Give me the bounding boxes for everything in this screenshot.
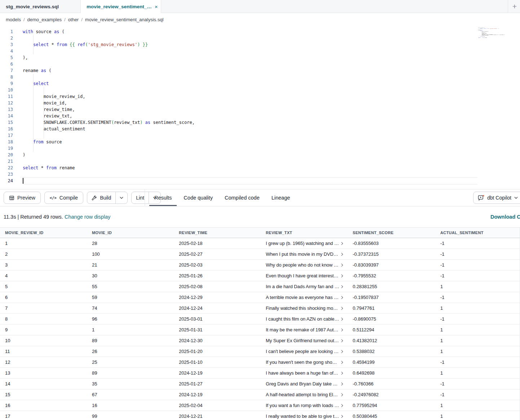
table-cell: 1 — [440, 305, 520, 311]
table-cell: 2 — [5, 251, 92, 257]
table-cell: 1 — [440, 403, 520, 408]
table-cell: 17 — [5, 414, 92, 419]
expand-cell-icon[interactable] — [340, 263, 343, 266]
results-table: MOVIE_REVIEW_ID MOVIE_ID REVIEW_TIME REV… — [0, 227, 520, 420]
expand-cell-icon[interactable] — [340, 328, 343, 331]
new-tab-button[interactable]: + — [509, 0, 520, 13]
table-cell: 15 — [5, 392, 92, 397]
expand-cell-icon[interactable] — [340, 285, 343, 288]
expand-cell-icon[interactable] — [340, 393, 343, 396]
preview-button[interactable]: Preview — [4, 192, 41, 204]
table-icon — [9, 195, 14, 201]
code-lines[interactable]: with source as ( select * from {{ ref('s… — [23, 28, 477, 184]
review-text: A half-hearted attempt to bring Elvis P… — [266, 392, 339, 397]
column-header-movie-id: MOVIE_ID — [92, 231, 179, 235]
build-label: Build — [100, 195, 111, 201]
chevron-down-icon — [120, 197, 123, 199]
toolbar-divider — [145, 189, 145, 206]
tab-code-quality[interactable]: Code quality — [179, 189, 218, 206]
table-cell: -0.83555603 — [353, 241, 440, 246]
lint-label: Lint — [136, 195, 144, 201]
expand-cell-icon[interactable] — [340, 339, 343, 342]
table-cell: 0.5388032 — [353, 349, 440, 354]
lint-button[interactable]: Lint — [132, 192, 149, 204]
table-cell: 0.7947761 — [353, 305, 440, 311]
line-numbers: 123456789101112131415161718192021222324 — [0, 28, 13, 184]
build-dropdown-button[interactable] — [116, 192, 127, 204]
table-cell: A terrible movie as everyone has said. … — [266, 295, 353, 300]
table-cell: 35 — [92, 381, 179, 387]
breadcrumb-segment: demo_examples — [27, 17, 62, 22]
dbt-copilot-button[interactable]: dbt Copilot — [473, 192, 520, 204]
review-text: When I put this movie in my DVD playe… — [266, 251, 339, 257]
tab-compiled-code[interactable]: Compiled code — [220, 189, 265, 206]
table-cell: 2025-01-10 — [179, 359, 266, 365]
expand-cell-icon[interactable] — [340, 253, 343, 255]
tab-stg-movie-reviews[interactable]: stg_movie_reviews.sql — [0, 0, 80, 13]
build-button[interactable]: Build — [87, 192, 116, 204]
table-cell: 1 — [440, 349, 520, 354]
table-cell: 1 — [440, 327, 520, 332]
table-row: 912025-01-31It may be the remake of 1987… — [0, 325, 520, 335]
tab-movie-review-sentiment[interactable]: movie_review_sentiment_… × — [80, 0, 161, 13]
close-tab-icon[interactable]: × — [155, 4, 158, 10]
expand-cell-icon[interactable] — [340, 307, 343, 309]
table-cell: 2025-01-20 — [179, 349, 266, 354]
review-text: I caught this film on AZN on cable. It s… — [266, 316, 339, 322]
table-cell: -1 — [440, 295, 520, 300]
table-cell: When I put this movie in my DVD playe… — [266, 251, 353, 257]
expand-cell-icon[interactable] — [340, 350, 343, 353]
change-row-display-link[interactable]: Change row display — [65, 206, 110, 227]
review-text: Finally watched this shocking movie la… — [266, 305, 339, 311]
table-row: 7742024-12-24Finally watched this shocki… — [0, 303, 520, 314]
breadcrumb-segment: other — [68, 17, 79, 22]
column-header-sentiment-score: SENTIMENT_SCORE — [353, 231, 440, 235]
download-csv-link[interactable]: Download CSV — [490, 206, 520, 227]
expand-cell-icon[interactable] — [340, 296, 343, 299]
table-cell: 7 — [5, 305, 92, 311]
tab-lineage[interactable]: Lineage — [266, 189, 295, 206]
table-cell: 2024-12-24 — [179, 305, 266, 311]
table-cell: 9 — [5, 327, 92, 332]
table-cell: 2025-01-31 — [179, 327, 266, 332]
compile-button[interactable]: </> Compile — [44, 192, 83, 204]
table-cell: -1 — [440, 262, 520, 268]
review-text: A terrible movie as everyone has said. … — [266, 295, 339, 300]
minimap[interactable]: with source as ( select * from {{ ref('s… — [478, 27, 505, 38]
table-cell: -0.19507837 — [353, 295, 440, 300]
expand-cell-icon[interactable] — [340, 404, 343, 407]
chevron-down-icon — [514, 197, 518, 199]
table-cell: 67 — [92, 392, 179, 397]
table-cell: If you want a fun romp with loads of s… — [266, 403, 353, 408]
table-cell: 0.4594199 — [353, 359, 440, 365]
table-cell: 1 — [440, 338, 520, 343]
expand-cell-icon[interactable] — [340, 242, 343, 245]
review-text: My Super Ex Girlfriend turned out to b… — [266, 338, 339, 343]
review-text: Im a die hard Dads Army fan and nothi… — [266, 284, 339, 289]
tab-results[interactable]: Results — [149, 189, 177, 206]
table-cell: 21 — [92, 262, 179, 268]
expand-cell-icon[interactable] — [340, 317, 343, 320]
table-cell: 2024-12-29 — [179, 295, 266, 300]
table-row: 1282025-02-18I grew up (b. 1965) watchin… — [0, 238, 520, 249]
expand-cell-icon[interactable] — [340, 415, 343, 417]
tab-label: stg_movie_reviews.sql — [6, 4, 59, 9]
table-cell: -0.7955532 — [353, 273, 440, 278]
expand-cell-icon[interactable] — [340, 274, 343, 277]
review-text: I really wanted to be able to give this … — [266, 414, 339, 419]
table-cell: 0.6492698 — [353, 370, 440, 376]
table-cell: I grew up (b. 1965) watching and lovin… — [266, 241, 353, 246]
table-cell: A half-hearted attempt to bring Elvis P… — [266, 392, 353, 397]
review-text: If you want a fun romp with loads of s… — [266, 403, 339, 408]
table-cell: Im a die hard Dads Army fan and nothi… — [266, 284, 353, 289]
expand-cell-icon[interactable] — [340, 361, 343, 363]
table-cell: 2025-02-27 — [179, 251, 266, 257]
table-row: 14352025-01-27Greg Davis and Bryan Daly … — [0, 379, 520, 389]
table-cell: My Super Ex Girlfriend turned out to b… — [266, 338, 353, 343]
table-cell: -1 — [440, 251, 520, 257]
table-cell: -1 — [440, 316, 520, 322]
expand-cell-icon[interactable] — [340, 371, 343, 374]
table-cell: 2024-12-30 — [179, 338, 266, 343]
expand-cell-icon[interactable] — [340, 382, 343, 385]
table-cell: 0.77595294 — [353, 403, 440, 408]
